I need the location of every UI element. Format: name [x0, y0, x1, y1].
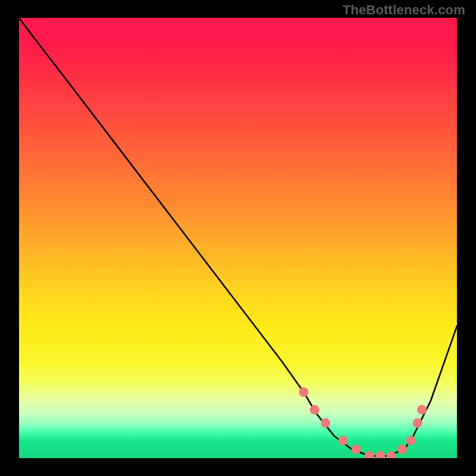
curve-markers: [299, 387, 427, 458]
curve-marker: [413, 418, 422, 428]
chart-overlay: [19, 18, 457, 458]
chart-frame: TheBottleneck.com: [0, 0, 476, 476]
curve-marker: [406, 436, 416, 445]
curve-marker: [310, 405, 320, 415]
curve-marker: [365, 451, 374, 458]
bottleneck-curve: [19, 18, 457, 456]
curve-marker: [352, 444, 361, 454]
watermark-text: TheBottleneck.com: [343, 2, 465, 18]
curve-marker: [375, 451, 385, 458]
curve-marker: [321, 418, 330, 428]
curve-marker: [397, 444, 407, 454]
curve-marker: [299, 387, 308, 397]
curve-marker: [417, 405, 427, 415]
curve-marker: [339, 436, 348, 445]
plot-area: [19, 18, 457, 458]
